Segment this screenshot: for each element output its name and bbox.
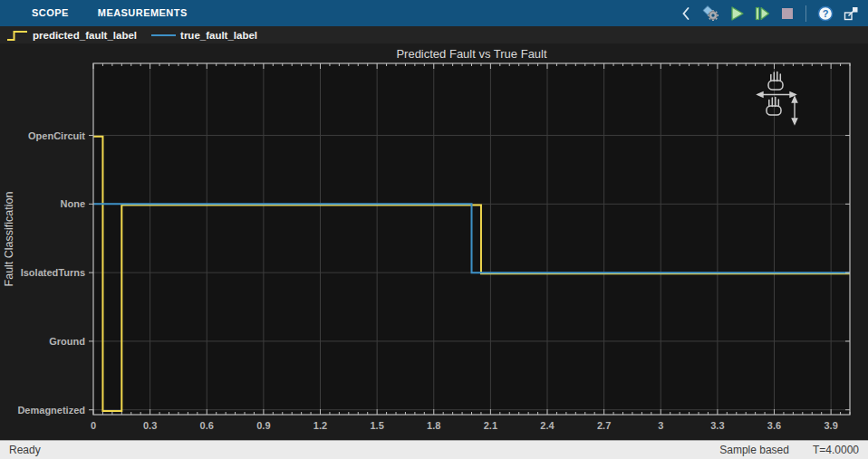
popout-button[interactable] — [839, 2, 862, 24]
svg-text:IsolatedTurns: IsolatedTurns — [21, 267, 85, 278]
svg-text:0.3: 0.3 — [143, 420, 157, 431]
svg-text:3.9: 3.9 — [824, 420, 837, 431]
legend-label-true: true_fault_label — [180, 30, 257, 41]
simulation-settings-button[interactable] — [699, 2, 722, 24]
tab-measurements[interactable]: MEASUREMENTS — [98, 0, 188, 26]
gear-icon — [701, 4, 720, 23]
svg-text:3.3: 3.3 — [710, 420, 724, 431]
svg-text:OpenCircuit: OpenCircuit — [28, 130, 85, 141]
svg-text:Ground: Ground — [49, 336, 85, 347]
svg-text:1.2: 1.2 — [313, 420, 327, 431]
y-tick-labels: DemagnetizedGroundIsolatedTurnsNoneOpenC… — [17, 130, 85, 416]
popout-icon — [842, 5, 860, 23]
toolstrip: SCOPE MEASUREMENTS — [0, 0, 868, 26]
svg-text:3: 3 — [658, 420, 663, 431]
svg-text:1.8: 1.8 — [427, 420, 440, 431]
svg-text:0: 0 — [91, 420, 96, 431]
collapse-toolstrip-button[interactable] — [674, 2, 697, 24]
step-forward-icon — [753, 5, 771, 23]
toolbar-separator — [805, 5, 806, 22]
status-right: Sample based T=4.0000 — [719, 444, 859, 456]
y-axis-label: Fault Classification — [3, 192, 15, 287]
sim-time-text: T=4.0000 — [813, 444, 859, 456]
status-text: Ready — [9, 444, 41, 456]
legend-item-predicted[interactable]: predicted_fault_label — [6, 28, 137, 43]
chevron-left-icon — [680, 5, 691, 22]
svg-text:None: None — [61, 198, 86, 209]
legend: predicted_fault_label true_fault_label — [0, 26, 868, 43]
legend-item-true[interactable]: true_fault_label — [150, 28, 257, 43]
play-icon — [728, 5, 746, 23]
svg-text:2.1: 2.1 — [484, 420, 497, 431]
run-button[interactable] — [725, 2, 747, 24]
stop-icon — [778, 5, 796, 23]
question-icon: ? — [816, 5, 834, 23]
svg-text:2.7: 2.7 — [597, 420, 611, 431]
step-line-icon — [6, 28, 29, 43]
toolstrip-tabs: SCOPE MEASUREMENTS — [32, 0, 188, 26]
toolbar-buttons: ? — [674, 2, 868, 24]
svg-text:3.6: 3.6 — [767, 420, 781, 431]
help-button[interactable]: ? — [814, 2, 836, 24]
sample-mode-text: Sample based — [719, 444, 789, 456]
scope-window: SCOPE MEASUREMENTS — [0, 0, 868, 459]
scope-chart[interactable]: 00.30.60.91.21.51.82.12.42.733.33.63.9De… — [0, 43, 868, 440]
svg-text:Demagnetized: Demagnetized — [17, 405, 85, 416]
svg-text:1.5: 1.5 — [370, 420, 383, 431]
svg-text:2.4: 2.4 — [540, 420, 555, 431]
line-icon — [150, 28, 177, 43]
svg-text:0.9: 0.9 — [256, 420, 270, 431]
legend-label-predicted: predicted_fault_label — [33, 30, 137, 41]
status-bar: Ready Sample based T=4.0000 — [0, 440, 868, 459]
svg-text:?: ? — [822, 8, 828, 19]
svg-text:0.6: 0.6 — [200, 420, 214, 431]
stop-button[interactable] — [776, 2, 798, 24]
tab-scope[interactable]: SCOPE — [32, 0, 69, 26]
step-forward-button[interactable] — [750, 2, 773, 24]
x-tick-labels: 00.30.60.91.21.51.82.12.42.733.33.63.9 — [91, 420, 838, 431]
chart-title: Predicted Fault vs True Fault — [396, 47, 547, 61]
plot-region: 00.30.60.91.21.51.82.12.42.733.33.63.9De… — [0, 43, 868, 440]
